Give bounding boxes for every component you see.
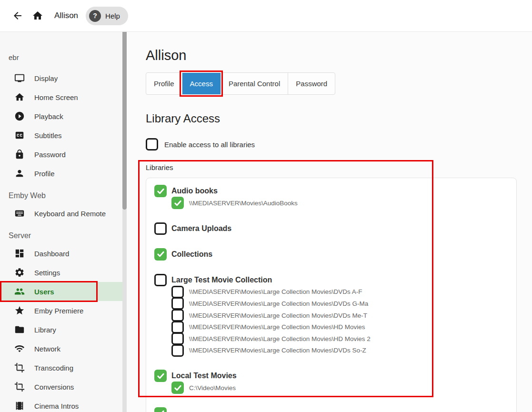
folder-icon bbox=[14, 324, 25, 335]
sidebar-item-label: Playback bbox=[34, 112, 63, 121]
library-path-label: \\MEDIASERVER\Movies\Large Collection Mo… bbox=[189, 347, 366, 354]
tab-password[interactable]: Password bbox=[288, 73, 335, 94]
sidebar-item-emby-premiere[interactable]: Emby Premiere bbox=[0, 301, 122, 320]
sidebar-item-label: Subtitles bbox=[34, 131, 62, 140]
library-head: Local Test Movies bbox=[154, 370, 507, 382]
library-path-row: \\MEDIASERVER\Movies\Large Collection Mo… bbox=[171, 321, 507, 333]
library-path-row: \\MEDIASERVER\Movies\Large Collection Mo… bbox=[171, 286, 507, 298]
library-checkbox[interactable] bbox=[154, 407, 167, 412]
back-button[interactable] bbox=[8, 6, 28, 26]
library-path-label: C:\Video\Movies bbox=[189, 384, 236, 392]
closed-caption-icon bbox=[14, 130, 25, 141]
enable-all-row: Enable access to all libraries bbox=[146, 138, 532, 151]
sidebar-item-password[interactable]: Password bbox=[0, 145, 122, 164]
help-button[interactable]: ? Help bbox=[86, 7, 128, 25]
tab-access[interactable]: Access bbox=[182, 73, 221, 94]
library-item: Large Test Movie Collection\\MEDIASERVER… bbox=[154, 274, 507, 357]
library-access-title: Library Access bbox=[146, 112, 532, 125]
library-name: Audio books bbox=[171, 187, 218, 195]
help-label: Help bbox=[105, 12, 120, 20]
home-button[interactable] bbox=[28, 6, 48, 26]
sidebar-item-dashboard[interactable]: Dashboard bbox=[0, 244, 122, 263]
sidebar-item-label: Display bbox=[34, 74, 58, 82]
sidebar-item-label: Profile bbox=[34, 170, 55, 178]
back-arrow-icon bbox=[12, 10, 23, 21]
check-icon bbox=[157, 372, 165, 380]
library-path-checkbox[interactable] bbox=[171, 344, 184, 357]
library-path-label: \\MEDIASERVER\Movies\Large Collection Mo… bbox=[189, 335, 371, 342]
sidebar-item-users[interactable]: Users bbox=[0, 282, 122, 301]
question-mark-icon: ? bbox=[89, 10, 101, 22]
sidebar-item-transcoding[interactable]: Transcoding bbox=[0, 358, 122, 377]
sidebar-item-playback[interactable]: Playback bbox=[0, 107, 122, 126]
sidebar-item-label: Password bbox=[34, 151, 66, 159]
library-name: Local Test Movies bbox=[171, 372, 237, 380]
library-paths: \\MEDIASERVER\Movies\Large Collection Mo… bbox=[171, 286, 507, 357]
sidebar-item-subtitles[interactable]: Subtitles bbox=[0, 126, 122, 145]
monitor-icon bbox=[14, 73, 25, 83]
libraries-label: Libraries bbox=[146, 163, 532, 171]
sidebar-scrollbar-thumb[interactable] bbox=[122, 32, 127, 210]
sidebar-item-conversions[interactable]: Conversions bbox=[0, 377, 122, 396]
sidebar-item-label: Library bbox=[34, 326, 56, 334]
sidebar-scrollbar-track[interactable] bbox=[122, 32, 127, 412]
sidebar-item-label: Home Screen bbox=[34, 93, 78, 101]
sidebar-item-display[interactable]: Display bbox=[0, 69, 122, 88]
home-icon bbox=[32, 10, 43, 21]
library-name: Camera Uploads bbox=[171, 224, 231, 233]
library-checkbox[interactable] bbox=[154, 185, 167, 197]
library-paths: C:\Video\Movies bbox=[171, 382, 507, 394]
sidebar-item-cinema-intros[interactable]: Cinema Intros bbox=[0, 396, 122, 412]
library-checkbox[interactable] bbox=[154, 370, 167, 382]
sidebar-section-label: Server bbox=[0, 231, 122, 240]
enable-all-checkbox[interactable] bbox=[146, 138, 158, 151]
library-name: Large Test Movie Collection bbox=[171, 276, 272, 284]
library-path-checkbox[interactable] bbox=[171, 382, 184, 394]
play-circle-icon bbox=[14, 111, 25, 121]
library-path-checkbox[interactable] bbox=[171, 332, 184, 345]
library-item-partial bbox=[154, 407, 507, 412]
library-path-label: \\MEDIASERVER\Movies\Large Collection Mo… bbox=[189, 288, 362, 295]
person-icon bbox=[14, 168, 25, 179]
check-icon bbox=[157, 187, 165, 195]
library-path-label: \\MEDIASERVER\Movies\Large Collection Mo… bbox=[189, 323, 365, 331]
sidebar: ebr DisplayHome ScreenPlaybackSubtitlesP… bbox=[0, 32, 122, 412]
sidebar-item-settings[interactable]: Settings bbox=[0, 263, 122, 282]
sidebar-item-home-screen[interactable]: Home Screen bbox=[0, 88, 122, 107]
tab-parental-control[interactable]: Parental Control bbox=[221, 73, 288, 94]
home-icon bbox=[14, 92, 25, 102]
sidebar-item-library[interactable]: Library bbox=[0, 320, 122, 339]
library-path-checkbox[interactable] bbox=[171, 321, 184, 333]
crop-icon bbox=[14, 362, 25, 373]
tab-bar: ProfileAccessParental ControlPassword bbox=[146, 72, 335, 95]
library-head: Audio books bbox=[154, 185, 507, 197]
lock-icon bbox=[14, 149, 25, 160]
library-item: Audio books\\MEDIASERVER\Movies\AudioBoo… bbox=[154, 185, 507, 209]
libraries-panel: Audio books\\MEDIASERVER\Movies\AudioBoo… bbox=[146, 178, 517, 412]
libraries-section: Libraries Audio books\\MEDIASERVER\Movie… bbox=[146, 163, 532, 412]
main-content: Allison ProfileAccessParental ControlPas… bbox=[127, 32, 532, 412]
sidebar-item-label: Settings bbox=[34, 269, 60, 277]
library-name: Collections bbox=[171, 250, 212, 259]
library-path-checkbox[interactable] bbox=[171, 197, 184, 209]
library-path-checkbox[interactable] bbox=[171, 309, 184, 322]
sidebar-item-label: Conversions bbox=[34, 383, 74, 391]
library-checkbox[interactable] bbox=[154, 222, 167, 235]
library-path-row: \\MEDIASERVER\Movies\Large Collection Mo… bbox=[171, 298, 507, 310]
library-path-checkbox[interactable] bbox=[171, 297, 184, 310]
library-path-row: \\MEDIASERVER\Movies\AudioBooks bbox=[171, 197, 507, 209]
sidebar-item-profile[interactable]: Profile bbox=[0, 164, 122, 183]
dashboard-icon bbox=[14, 248, 25, 259]
sidebar-item-label: Cinema Intros bbox=[34, 402, 79, 410]
check-icon bbox=[157, 409, 165, 412]
tab-profile[interactable]: Profile bbox=[146, 73, 182, 94]
sidebar-item-label: Users bbox=[34, 288, 54, 296]
library-path-label: \\MEDIASERVER\Movies\Large Collection Mo… bbox=[189, 300, 368, 307]
sidebar-item-network[interactable]: Network bbox=[0, 339, 122, 358]
library-checkbox[interactable] bbox=[154, 248, 167, 261]
library-checkbox[interactable] bbox=[154, 274, 167, 286]
library-path-checkbox[interactable] bbox=[171, 286, 184, 298]
sidebar-user-label: ebr bbox=[0, 53, 122, 61]
sidebar-item-keyboard-and-remote[interactable]: Keyboard and Remote bbox=[0, 204, 122, 223]
enable-all-label: Enable access to all libraries bbox=[164, 141, 255, 149]
